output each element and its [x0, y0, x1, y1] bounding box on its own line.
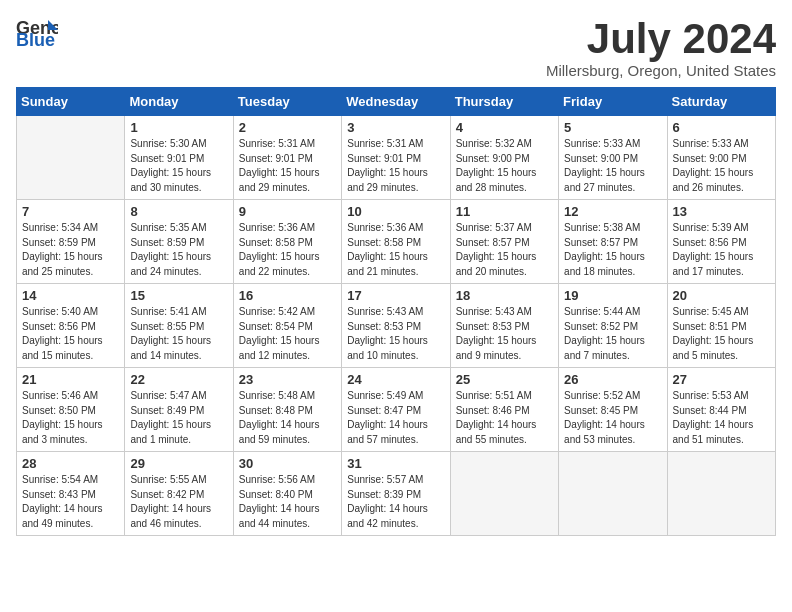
- day-info: Sunrise: 5:54 AM Sunset: 8:43 PM Dayligh…: [22, 473, 119, 531]
- day-number: 13: [673, 204, 770, 219]
- day-number: 18: [456, 288, 553, 303]
- calendar-cell: [559, 452, 667, 536]
- calendar-cell: 30Sunrise: 5:56 AM Sunset: 8:40 PM Dayli…: [233, 452, 341, 536]
- calendar-cell: 26Sunrise: 5:52 AM Sunset: 8:45 PM Dayli…: [559, 368, 667, 452]
- day-info: Sunrise: 5:43 AM Sunset: 8:53 PM Dayligh…: [347, 305, 444, 363]
- day-number: 10: [347, 204, 444, 219]
- day-info: Sunrise: 5:51 AM Sunset: 8:46 PM Dayligh…: [456, 389, 553, 447]
- calendar-cell: 17Sunrise: 5:43 AM Sunset: 8:53 PM Dayli…: [342, 284, 450, 368]
- day-number: 29: [130, 456, 227, 471]
- day-number: 16: [239, 288, 336, 303]
- calendar-cell: 1Sunrise: 5:30 AM Sunset: 9:01 PM Daylig…: [125, 116, 233, 200]
- day-info: Sunrise: 5:52 AM Sunset: 8:45 PM Dayligh…: [564, 389, 661, 447]
- calendar-cell: 20Sunrise: 5:45 AM Sunset: 8:51 PM Dayli…: [667, 284, 775, 368]
- calendar-week-row: 7Sunrise: 5:34 AM Sunset: 8:59 PM Daylig…: [17, 200, 776, 284]
- day-number: 21: [22, 372, 119, 387]
- day-number: 12: [564, 204, 661, 219]
- day-info: Sunrise: 5:57 AM Sunset: 8:39 PM Dayligh…: [347, 473, 444, 531]
- weekday-header: Tuesday: [233, 88, 341, 116]
- calendar-cell: 14Sunrise: 5:40 AM Sunset: 8:56 PM Dayli…: [17, 284, 125, 368]
- weekday-header: Friday: [559, 88, 667, 116]
- calendar-cell: 11Sunrise: 5:37 AM Sunset: 8:57 PM Dayli…: [450, 200, 558, 284]
- day-info: Sunrise: 5:33 AM Sunset: 9:00 PM Dayligh…: [564, 137, 661, 195]
- day-info: Sunrise: 5:37 AM Sunset: 8:57 PM Dayligh…: [456, 221, 553, 279]
- calendar-cell: 2Sunrise: 5:31 AM Sunset: 9:01 PM Daylig…: [233, 116, 341, 200]
- day-info: Sunrise: 5:44 AM Sunset: 8:52 PM Dayligh…: [564, 305, 661, 363]
- calendar-cell: 13Sunrise: 5:39 AM Sunset: 8:56 PM Dayli…: [667, 200, 775, 284]
- day-number: 5: [564, 120, 661, 135]
- day-info: Sunrise: 5:36 AM Sunset: 8:58 PM Dayligh…: [239, 221, 336, 279]
- day-number: 6: [673, 120, 770, 135]
- day-number: 25: [456, 372, 553, 387]
- calendar-header-row: SundayMondayTuesdayWednesdayThursdayFrid…: [17, 88, 776, 116]
- day-info: Sunrise: 5:43 AM Sunset: 8:53 PM Dayligh…: [456, 305, 553, 363]
- day-number: 31: [347, 456, 444, 471]
- calendar-cell: 4Sunrise: 5:32 AM Sunset: 9:00 PM Daylig…: [450, 116, 558, 200]
- day-info: Sunrise: 5:39 AM Sunset: 8:56 PM Dayligh…: [673, 221, 770, 279]
- day-info: Sunrise: 5:41 AM Sunset: 8:55 PM Dayligh…: [130, 305, 227, 363]
- day-info: Sunrise: 5:45 AM Sunset: 8:51 PM Dayligh…: [673, 305, 770, 363]
- weekday-header: Wednesday: [342, 88, 450, 116]
- day-number: 17: [347, 288, 444, 303]
- weekday-header: Saturday: [667, 88, 775, 116]
- day-number: 14: [22, 288, 119, 303]
- calendar-cell: [667, 452, 775, 536]
- day-number: 24: [347, 372, 444, 387]
- day-number: 1: [130, 120, 227, 135]
- calendar-cell: 28Sunrise: 5:54 AM Sunset: 8:43 PM Dayli…: [17, 452, 125, 536]
- calendar-cell: [450, 452, 558, 536]
- calendar-cell: 8Sunrise: 5:35 AM Sunset: 8:59 PM Daylig…: [125, 200, 233, 284]
- day-info: Sunrise: 5:53 AM Sunset: 8:44 PM Dayligh…: [673, 389, 770, 447]
- day-info: Sunrise: 5:32 AM Sunset: 9:00 PM Dayligh…: [456, 137, 553, 195]
- title-block: July 2024 Millersburg, Oregon, United St…: [546, 16, 776, 79]
- day-number: 11: [456, 204, 553, 219]
- day-info: Sunrise: 5:31 AM Sunset: 9:01 PM Dayligh…: [347, 137, 444, 195]
- day-number: 7: [22, 204, 119, 219]
- calendar-cell: 29Sunrise: 5:55 AM Sunset: 8:42 PM Dayli…: [125, 452, 233, 536]
- day-number: 20: [673, 288, 770, 303]
- day-number: 8: [130, 204, 227, 219]
- calendar-cell: 15Sunrise: 5:41 AM Sunset: 8:55 PM Dayli…: [125, 284, 233, 368]
- calendar-cell: 10Sunrise: 5:36 AM Sunset: 8:58 PM Dayli…: [342, 200, 450, 284]
- calendar-cell: 31Sunrise: 5:57 AM Sunset: 8:39 PM Dayli…: [342, 452, 450, 536]
- day-number: 27: [673, 372, 770, 387]
- calendar-cell: 16Sunrise: 5:42 AM Sunset: 8:54 PM Dayli…: [233, 284, 341, 368]
- calendar-cell: 24Sunrise: 5:49 AM Sunset: 8:47 PM Dayli…: [342, 368, 450, 452]
- calendar-cell: 6Sunrise: 5:33 AM Sunset: 9:00 PM Daylig…: [667, 116, 775, 200]
- calendar-cell: [17, 116, 125, 200]
- day-info: Sunrise: 5:56 AM Sunset: 8:40 PM Dayligh…: [239, 473, 336, 531]
- day-info: Sunrise: 5:33 AM Sunset: 9:00 PM Dayligh…: [673, 137, 770, 195]
- day-info: Sunrise: 5:38 AM Sunset: 8:57 PM Dayligh…: [564, 221, 661, 279]
- day-info: Sunrise: 5:42 AM Sunset: 8:54 PM Dayligh…: [239, 305, 336, 363]
- calendar-cell: 3Sunrise: 5:31 AM Sunset: 9:01 PM Daylig…: [342, 116, 450, 200]
- day-info: Sunrise: 5:55 AM Sunset: 8:42 PM Dayligh…: [130, 473, 227, 531]
- calendar-week-row: 21Sunrise: 5:46 AM Sunset: 8:50 PM Dayli…: [17, 368, 776, 452]
- day-number: 9: [239, 204, 336, 219]
- day-info: Sunrise: 5:36 AM Sunset: 8:58 PM Dayligh…: [347, 221, 444, 279]
- calendar-week-row: 28Sunrise: 5:54 AM Sunset: 8:43 PM Dayli…: [17, 452, 776, 536]
- calendar-cell: 18Sunrise: 5:43 AM Sunset: 8:53 PM Dayli…: [450, 284, 558, 368]
- calendar-week-row: 1Sunrise: 5:30 AM Sunset: 9:01 PM Daylig…: [17, 116, 776, 200]
- weekday-header: Thursday: [450, 88, 558, 116]
- calendar-cell: 22Sunrise: 5:47 AM Sunset: 8:49 PM Dayli…: [125, 368, 233, 452]
- day-info: Sunrise: 5:34 AM Sunset: 8:59 PM Dayligh…: [22, 221, 119, 279]
- calendar-cell: 19Sunrise: 5:44 AM Sunset: 8:52 PM Dayli…: [559, 284, 667, 368]
- calendar-cell: 9Sunrise: 5:36 AM Sunset: 8:58 PM Daylig…: [233, 200, 341, 284]
- day-info: Sunrise: 5:46 AM Sunset: 8:50 PM Dayligh…: [22, 389, 119, 447]
- calendar-cell: 25Sunrise: 5:51 AM Sunset: 8:46 PM Dayli…: [450, 368, 558, 452]
- svg-text:Blue: Blue: [16, 30, 55, 48]
- day-number: 4: [456, 120, 553, 135]
- calendar-cell: 7Sunrise: 5:34 AM Sunset: 8:59 PM Daylig…: [17, 200, 125, 284]
- calendar-cell: 5Sunrise: 5:33 AM Sunset: 9:00 PM Daylig…: [559, 116, 667, 200]
- logo-icon: General Blue: [16, 16, 58, 48]
- day-info: Sunrise: 5:49 AM Sunset: 8:47 PM Dayligh…: [347, 389, 444, 447]
- day-info: Sunrise: 5:31 AM Sunset: 9:01 PM Dayligh…: [239, 137, 336, 195]
- day-number: 22: [130, 372, 227, 387]
- day-info: Sunrise: 5:47 AM Sunset: 8:49 PM Dayligh…: [130, 389, 227, 447]
- calendar-cell: 21Sunrise: 5:46 AM Sunset: 8:50 PM Dayli…: [17, 368, 125, 452]
- location: Millersburg, Oregon, United States: [546, 62, 776, 79]
- page-header: General Blue July 2024 Millersburg, Oreg…: [16, 16, 776, 79]
- day-number: 26: [564, 372, 661, 387]
- day-number: 28: [22, 456, 119, 471]
- month-title: July 2024: [546, 16, 776, 62]
